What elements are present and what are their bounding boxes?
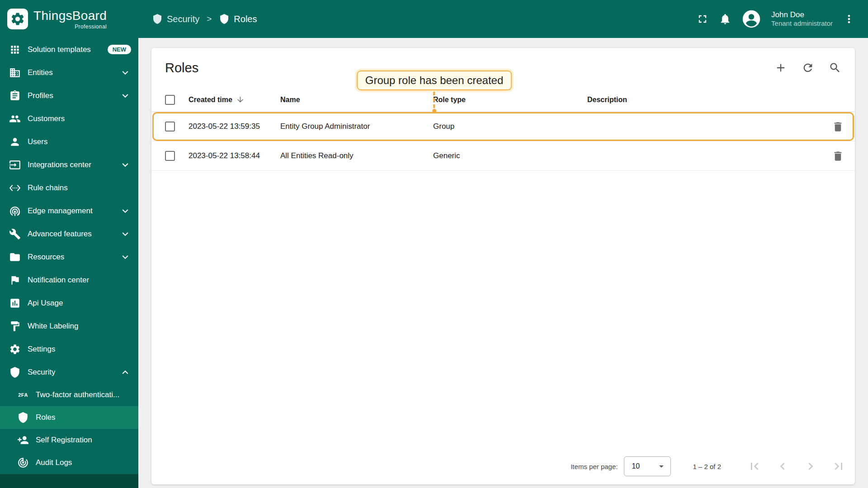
sidebar-item-label: Api Usage	[28, 299, 63, 308]
column-label: Created time	[189, 96, 232, 104]
cell-role-type: Generic	[433, 151, 587, 160]
sidebar-item-label: Entities	[28, 68, 53, 77]
delete-row-button[interactable]	[832, 150, 844, 162]
select-all-checkbox[interactable]	[165, 95, 175, 105]
dropdown-caret-icon	[656, 461, 667, 472]
sidebar-item-label: Edge management	[28, 206, 93, 216]
first-page-button[interactable]	[747, 459, 762, 474]
sidebar-nav: Solution templatesNEWEntitiesProfilesCus…	[0, 38, 138, 474]
table-row[interactable]: 2023-05-22 13:59:35Entity Group Administ…	[151, 112, 855, 141]
user-name: John Doe	[771, 10, 833, 19]
chevron-up-icon	[119, 366, 131, 378]
sidebar-item-edge-management[interactable]: Edge management	[0, 199, 138, 222]
topbar-actions: John Doe Tenant administrator	[696, 9, 855, 29]
edge-icon	[9, 205, 21, 217]
column-role-type[interactable]: Role type	[433, 96, 587, 104]
card-actions	[774, 61, 841, 74]
breadcrumb-item-security[interactable]: Security	[152, 14, 199, 24]
two-factor-icon: 2FA	[17, 389, 29, 401]
sidebar-item-api-usage[interactable]: Api Usage	[0, 291, 138, 314]
sidebar-item-audit-logs[interactable]: Audit Logs	[0, 451, 138, 474]
sidebar-item-label: Self Registration	[36, 436, 92, 445]
sort-descending-icon[interactable]	[236, 95, 245, 104]
cell-actions	[801, 150, 844, 162]
breadcrumb-separator: >	[207, 14, 212, 24]
sidebar-item-self-registration[interactable]: Self Registration	[0, 429, 138, 451]
table-header-row: Created time Name Role type Description	[151, 88, 855, 112]
sidebar-item-label: Resources	[28, 253, 64, 262]
column-created-time[interactable]: Created time	[189, 95, 280, 104]
sidebar-item-resources[interactable]: Resources	[0, 245, 138, 268]
sidebar-item-label: Security	[28, 368, 55, 377]
search-button[interactable]	[829, 61, 841, 74]
sidebar-item-two-factor-authenticati[interactable]: 2FATwo-factor authenticati...	[0, 384, 138, 406]
sidebar-item-notification-center[interactable]: Notification center	[0, 268, 138, 291]
pagination-bar: Items per page: 10 1 – 2 of 2	[151, 448, 855, 484]
page-title: Roles	[165, 61, 198, 75]
shield-icon	[219, 14, 230, 24]
breadcrumb-label: Roles	[234, 14, 257, 24]
sidebar-item-white-labeling[interactable]: White Labeling	[0, 314, 138, 338]
notification-icon	[9, 274, 21, 286]
rule-chains-icon	[9, 182, 21, 194]
sidebar-item-solution-templates[interactable]: Solution templatesNEW	[0, 38, 138, 61]
fullscreen-button[interactable]	[696, 13, 709, 25]
white-labeling-icon	[9, 320, 21, 332]
chevron-down-icon	[119, 205, 131, 217]
user-info[interactable]: John Doe Tenant administrator	[771, 10, 833, 28]
sidebar-item-security[interactable]: Security	[0, 361, 138, 384]
sidebar-item-customers[interactable]: Customers	[0, 107, 138, 130]
column-name[interactable]: Name	[280, 96, 433, 104]
entities-icon	[9, 67, 21, 79]
sidebar-item-entities[interactable]: Entities	[0, 61, 138, 84]
row-checkbox[interactable]	[165, 151, 175, 161]
table-empty-space	[151, 171, 855, 448]
table-row[interactable]: 2023-05-22 13:58:44All Entities Read-onl…	[151, 141, 855, 171]
cell-actions	[801, 121, 844, 133]
brand-name: ThingsBoard	[33, 9, 107, 23]
brand-text: ThingsBoard Professional	[33, 9, 107, 30]
breadcrumb-label: Security	[167, 14, 199, 24]
delete-row-button[interactable]	[832, 121, 844, 133]
pagination-nav	[747, 459, 846, 474]
breadcrumb-item-roles[interactable]: Roles	[219, 14, 257, 24]
last-page-button[interactable]	[831, 459, 846, 474]
items-per-page-label: Items per page:	[571, 463, 618, 470]
sidebar-item-rule-chains[interactable]: Rule chains	[0, 176, 138, 199]
sidebar-item-integrations-center[interactable]: Integrations center	[0, 153, 138, 176]
sidebar-item-label: Users	[28, 137, 47, 146]
row-checkbox[interactable]	[165, 122, 175, 131]
brand[interactable]: ThingsBoard Professional	[0, 0, 138, 38]
sidebar-item-settings[interactable]: Settings	[0, 338, 138, 361]
next-page-button[interactable]	[803, 459, 818, 474]
sidebar-item-label: Profiles	[28, 91, 53, 100]
sidebar-item-profiles[interactable]: Profiles	[0, 84, 138, 107]
sidebar-item-label: Roles	[36, 413, 55, 422]
sidebar-item-advanced-features[interactable]: Advanced features	[0, 222, 138, 245]
self-registration-icon	[17, 434, 29, 446]
refresh-button[interactable]	[802, 61, 814, 74]
roles-card: Roles Group role has been created C	[151, 48, 855, 484]
sidebar-item-label: Integrations center	[28, 160, 91, 169]
notifications-bell-button[interactable]	[719, 13, 731, 25]
cell-created-time: 2023-05-22 13:59:35	[189, 122, 280, 131]
column-description[interactable]: Description	[587, 96, 801, 104]
sidebar-item-roles[interactable]: Roles	[0, 406, 138, 429]
more-menu-button[interactable]	[843, 13, 855, 25]
user-avatar[interactable]	[741, 9, 761, 29]
prev-page-button[interactable]	[775, 459, 790, 474]
add-role-button[interactable]	[774, 61, 787, 74]
security-icon	[9, 366, 21, 378]
apps-icon	[9, 44, 21, 56]
settings-icon	[9, 343, 21, 355]
cell-role-type: Group	[433, 122, 587, 131]
cell-checkbox	[162, 151, 189, 161]
chevron-down-icon	[119, 67, 131, 79]
table-body: 2023-05-22 13:59:35Entity Group Administ…	[151, 112, 855, 171]
cell-name: All Entities Read-only	[280, 151, 433, 160]
shield-icon	[152, 14, 163, 24]
items-per-page-select[interactable]: 10	[624, 456, 671, 476]
advanced-icon	[9, 228, 21, 240]
cell-name: Entity Group Administrator	[280, 122, 433, 131]
sidebar-item-users[interactable]: Users	[0, 130, 138, 153]
